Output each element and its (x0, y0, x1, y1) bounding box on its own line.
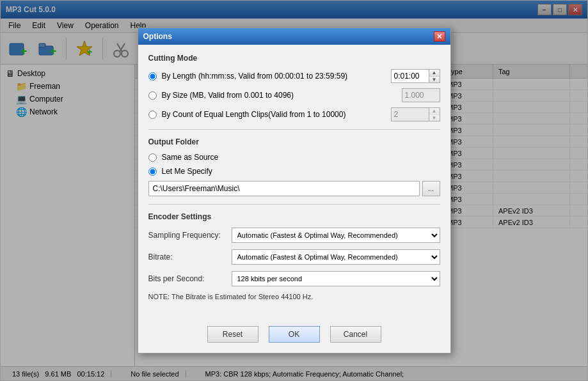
length-spinbox[interactable] (391, 69, 429, 83)
bitrate-label: Bitrate: (148, 253, 232, 261)
encoder-settings-title: Encoder Settings (148, 212, 440, 221)
same-as-source-row: Same as Source (148, 153, 440, 162)
length-spinbox-wrapper: ▲ ▼ (391, 69, 440, 83)
bps-select[interactable]: 128 kbits per second 64 kbits per second… (232, 271, 440, 286)
by-count-label: By Count of Equal Length Clips(Valid fro… (162, 110, 386, 119)
by-size-label: By Size (MB, Valid from 0.001 to 4096) (162, 91, 397, 100)
ok-button[interactable]: OK (269, 326, 320, 343)
section-divider-2 (148, 204, 440, 205)
folder-path-input[interactable] (148, 181, 420, 196)
bps-row: Bits per Second: 128 kbits per second 64… (148, 271, 440, 286)
by-length-label: By Length (hh:mm:ss, Valid from 00:00:01… (162, 72, 386, 81)
dialog-close-button[interactable]: ✕ (434, 31, 445, 42)
by-length-row: By Length (hh:mm:ss, Valid from 00:00:01… (148, 69, 440, 83)
cutting-mode-section: Cutting Mode By Length (hh:mm:ss, Valid … (148, 54, 440, 121)
dialog-title-bar: Options ✕ (138, 28, 450, 45)
by-size-radio[interactable] (148, 91, 157, 100)
bitrate-row: Bitrate: Automatic (Fastest & Optimal Wa… (148, 249, 440, 265)
encoder-settings-section: Encoder Settings Sampling Frequency: Aut… (148, 212, 440, 300)
dialog-overlay: Options ✕ Cutting Mode By Length (hh:mm:… (1, 1, 587, 380)
output-folder-section: Output Folder Same as Source Let Me Spec… (148, 137, 440, 196)
by-size-row: By Size (MB, Valid from 0.001 to 4096) (148, 88, 440, 102)
app-window: MP3 Cut 5.0.0 − □ ✕ File Edit View Opera… (0, 0, 588, 381)
bps-label: Bits per Second: (148, 274, 232, 283)
length-spin-down[interactable]: ▼ (429, 77, 440, 83)
cutting-mode-title: Cutting Mode (148, 54, 440, 63)
same-as-source-label: Same as Source (162, 153, 219, 162)
same-as-source-radio[interactable] (148, 153, 157, 162)
by-count-radio[interactable] (148, 111, 157, 119)
size-spinbox (402, 88, 440, 102)
count-spin-down: ▼ (429, 115, 440, 121)
length-spin-up[interactable]: ▲ (429, 70, 440, 77)
sampling-row: Sampling Frequency: Automatic (Fastest &… (148, 228, 440, 243)
reset-button[interactable]: Reset (207, 326, 258, 343)
dialog-footer: Reset OK Cancel (138, 320, 450, 353)
encoder-note: NOTE: The Bitrate is Estimated for Stere… (148, 293, 440, 300)
count-spin-up: ▲ (429, 108, 440, 115)
dialog-title: Options (143, 32, 172, 41)
folder-input-row: ... (148, 181, 440, 196)
cancel-button[interactable]: Cancel (330, 326, 381, 343)
count-spin-arrows: ▲ ▼ (429, 107, 440, 121)
browse-button[interactable]: ... (422, 181, 440, 196)
by-length-radio[interactable] (148, 72, 157, 81)
count-spinbox-wrapper: ▲ ▼ (391, 107, 440, 121)
section-divider-1 (148, 129, 440, 130)
let-me-specify-radio[interactable] (148, 167, 157, 176)
let-me-specify-label: Let Me Specify (162, 167, 212, 176)
count-spinbox (391, 107, 429, 121)
let-me-specify-row: Let Me Specify (148, 167, 440, 176)
by-count-row: By Count of Equal Length Clips(Valid fro… (148, 107, 440, 121)
dialog-body: Cutting Mode By Length (hh:mm:ss, Valid … (138, 45, 450, 320)
sampling-select[interactable]: Automatic (Fastest & Optimal Way, Recomm… (232, 228, 440, 243)
bitrate-select[interactable]: Automatic (Fastest & Optimal Way, Recomm… (232, 249, 440, 265)
sampling-label: Sampling Frequency: (148, 231, 232, 240)
options-dialog: Options ✕ Cutting Mode By Length (hh:mm:… (138, 27, 451, 354)
output-folder-title: Output Folder (148, 137, 440, 146)
length-spin-arrows: ▲ ▼ (429, 69, 440, 83)
